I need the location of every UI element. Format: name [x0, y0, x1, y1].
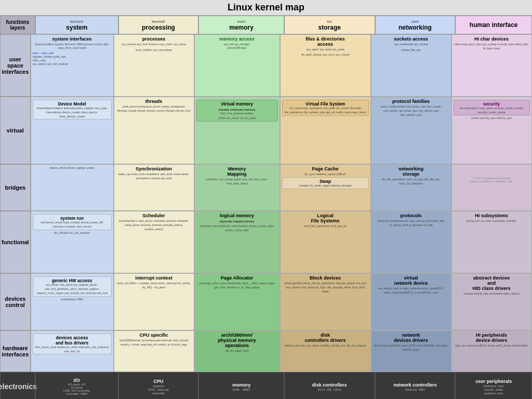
- networking-functional: protocols proto /proc/net/protocols udp_…: [371, 211, 451, 273]
- row-label-devices: devicescontrol: [0, 273, 31, 330]
- human-hardware: HI peripheralsdevice drivers vga_con psm…: [451, 330, 532, 372]
- storage-bridges: Page Cache do_sync address_space pdflush…: [280, 164, 371, 211]
- col-header-memory: mm/ memory: [198, 16, 284, 34]
- row-label-bridges: bridges: [0, 164, 31, 211]
- system-devices: generic HW access pci_driver usb_driver …: [31, 273, 114, 330]
- col-networking: sockets access sys_socketcall sys_socket…: [371, 34, 451, 372]
- memory-functional: logical memoryphysically mapped memory m…: [194, 211, 280, 273]
- human-virtual: security linux/security.h may_open secur…: [451, 97, 532, 164]
- col-processing: processes sys_execve sys_fork fs/exec.c …: [114, 34, 194, 372]
- human-userspace: HI char devices cdev kmsg input_fops sys…: [451, 34, 532, 97]
- processing-bridges: Synchronization wake_up mutex_lock compl…: [114, 164, 194, 211]
- page-title: Linux kernel map: [0, 0, 532, 16]
- electronics-label: electronics: [0, 372, 35, 399]
- col-header-networking: net/ networking: [375, 16, 456, 34]
- col-memory: memory access sys_brk sys_mmap2 /proc/se…: [194, 34, 280, 372]
- row-labels: user spaceinterfaces virtual bridges fun…: [0, 34, 31, 372]
- human-functional: HI subsystems tty log_buf oss alsa mouse…: [451, 211, 532, 273]
- col-storage: files & directoriesaccess sys_open sys_r…: [280, 34, 371, 372]
- memory-hardware: arch/i386/mm/physical memoryoperations d…: [194, 330, 280, 372]
- networking-hardware: networkdevices drivers drivers/net/ ipw2…: [371, 330, 451, 372]
- electronics-row: electronics I/O I/O mem I/O I/O ports US…: [0, 372, 532, 399]
- electronics-network: network controllers Ethernet WiFi: [375, 372, 456, 399]
- networking-devices: virtualnetwork device net_device netif_r…: [371, 273, 451, 330]
- storage-userspace: files & directoriesaccess sys_open sys_r…: [280, 34, 371, 97]
- processing-functional: Scheduler kernel/sched.c task_struct sch…: [114, 211, 194, 273]
- processing-devices: interrupt context timer_list jiffies ++ …: [114, 273, 194, 330]
- system-hardware: devices accessand bus drivers ehci_irq p…: [31, 330, 114, 372]
- memory-bridges: MemoryMapping mm/slub.c do_mmap_pgoff vm…: [194, 164, 280, 211]
- col-header-functions: functionslayers: [0, 16, 35, 34]
- networking-bridges: networkingstorage nfs_file_operations sm…: [371, 164, 451, 211]
- col-system: system interfaces linux/syscalls.h syste…: [31, 34, 114, 372]
- row-label-virtual: virtual: [0, 97, 31, 164]
- col-header-human: human interface: [455, 16, 532, 34]
- main-container: Linux kernel map functionslayers kernel/…: [0, 0, 532, 399]
- memory-userspace: memory access sys_brk sys_mmap2 /proc/se…: [194, 34, 280, 97]
- system-virtual: Device Model drivers/base/ kobject kset …: [31, 97, 114, 164]
- content-area: user spaceinterfaces virtual bridges fun…: [0, 34, 532, 372]
- electronics-cpu: CPU registers APIC interrupt controller: [118, 372, 199, 399]
- system-userspace: system interfaces linux/syscalls.h syste…: [31, 34, 114, 97]
- storage-virtual: Virtual File System vfs_read inode_opera…: [280, 97, 371, 164]
- storage-functional: LogicalFile Systems ext3_file_operations…: [280, 211, 371, 273]
- networking-userspace: sockets access sys_socketcall sys_socket…: [371, 34, 451, 97]
- processing-userspace: processes sys_execve sys_fork fs/exec.c …: [114, 34, 194, 97]
- main-grid: system interfaces linux/syscalls.h syste…: [31, 34, 532, 372]
- row-label-functional: functional: [0, 211, 31, 273]
- networking-virtual: protocol families sock_create socket ine…: [371, 97, 451, 164]
- row-label-userspace: user spaceinterfaces: [0, 34, 31, 97]
- col-human: HI char devices cdev kmsg input_fops sys…: [451, 34, 532, 372]
- electronics-memory: memory RAM MMU: [198, 372, 284, 399]
- system-bridges: device_driver driver_register probe: [31, 164, 114, 211]
- memory-virtual: Virtual memoryvirtually continues memory…: [194, 97, 280, 164]
- storage-hardware: diskcontrollers drivers idedisk_ops ahci…: [280, 330, 371, 372]
- electronics-io: I/O I/O mem I/O I/O ports USB PCI contro…: [35, 372, 118, 399]
- system-functional: system run init/ kernel_restart load_mod…: [31, 211, 114, 273]
- col-header-storage: fs/ storage: [284, 16, 375, 34]
- human-devices: abstract devicesandHID class drivers con…: [451, 273, 532, 330]
- processing-hardware: CPU specific arch/i386/kernel/ /proc/int…: [114, 330, 194, 372]
- electronics-disk: disk controllers SCSI IDE SATA: [284, 372, 375, 399]
- col-header-system: kernel/ system: [35, 16, 118, 34]
- human-bridges: © 2007 Constantine Shulyupin www.LinuxDr…: [451, 164, 532, 211]
- memory-devices: Page Allocator mm/page_alloc.c /proc/bud…: [194, 273, 280, 330]
- processing-virtual: threads work_struct workqueue_struct cre…: [114, 97, 194, 164]
- row-label-hardware: hardwareinterfaces: [0, 330, 31, 372]
- col-header-processing: kernel/ processing: [118, 16, 199, 34]
- header-row: functionslayers kernel/ system kernel/ p…: [0, 16, 532, 34]
- electronics-peripherals: user peripherals keyboard cam mouse audi…: [455, 372, 532, 399]
- storage-devices: Block devices block/ gendisk block_devic…: [280, 273, 371, 330]
